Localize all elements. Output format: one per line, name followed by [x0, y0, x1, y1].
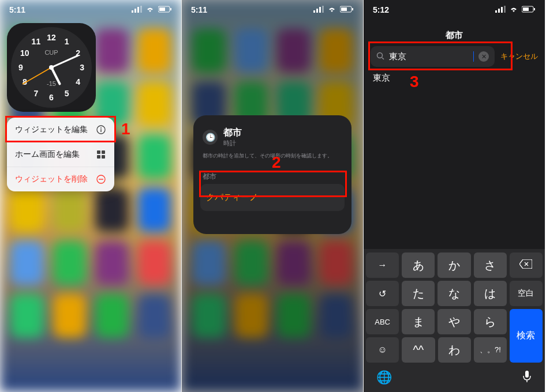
key-ta[interactable]: た: [402, 281, 435, 306]
svg-rect-13: [102, 155, 105, 159]
mic-icon[interactable]: [522, 370, 532, 386]
editor-title: 都市: [223, 127, 242, 139]
key-a[interactable]: あ: [402, 252, 435, 278]
key-backspace[interactable]: [510, 252, 543, 278]
clock-offset-label: -15: [47, 80, 56, 87]
annotation-number-3: 3: [410, 73, 419, 91]
key-ka[interactable]: か: [437, 252, 470, 278]
svg-rect-17: [316, 9, 318, 13]
editor-subtitle: 時計: [223, 139, 242, 148]
status-time: 5:12: [373, 5, 389, 14]
text-cursor: [473, 51, 474, 62]
status-bar: 5:11: [182, 0, 363, 20]
wifi-icon: [509, 5, 518, 14]
svg-rect-2: [137, 7, 139, 13]
svg-rect-6: [170, 8, 171, 10]
svg-rect-5: [159, 7, 165, 11]
svg-line-31: [382, 58, 384, 59]
key-punct[interactable]: 、。?!: [474, 337, 507, 363]
battery-icon: [522, 5, 536, 14]
svg-rect-34: [525, 371, 529, 378]
svg-point-30: [377, 52, 383, 58]
svg-rect-21: [341, 7, 347, 11]
city-select-row[interactable]: クパティーノ: [200, 184, 345, 211]
widget-context-menu: ウィジェットを編集 ホーム画面を編集 ウィジェットを削除: [7, 118, 114, 191]
svg-rect-19: [322, 6, 324, 13]
svg-point-8: [100, 127, 102, 129]
clock-num-7: 7: [33, 89, 38, 98]
clock-hub: [49, 65, 54, 70]
svg-rect-3: [140, 6, 142, 13]
clock-num-12: 12: [47, 33, 56, 42]
key-abc[interactable]: ABC: [366, 309, 399, 334]
search-value: 東京: [389, 51, 469, 62]
status-time: 5:11: [191, 5, 207, 14]
globe-icon[interactable]: 🌐: [376, 370, 392, 386]
clock-num-3: 3: [80, 63, 84, 72]
key-ya[interactable]: や: [437, 309, 470, 334]
key-sa[interactable]: さ: [474, 252, 507, 278]
search-icon: [376, 52, 384, 62]
clear-icon[interactable]: ✕: [478, 51, 489, 62]
apps-icon: [96, 149, 106, 160]
screenshot-panel-1: 5:11 CUP -15 12 1 2 3 4 5 6 7 8 9: [0, 0, 182, 392]
backspace-icon: [519, 259, 532, 271]
key-search[interactable]: 検索: [510, 309, 543, 363]
minute-hand: [51, 54, 79, 68]
menu-edit-home[interactable]: ホーム画面を編集: [7, 142, 114, 167]
key-ma[interactable]: ま: [402, 309, 435, 334]
menu-label: ウィジェットを削除: [15, 174, 88, 184]
svg-rect-18: [319, 7, 321, 13]
key-na[interactable]: な: [437, 281, 470, 306]
wifi-icon: [145, 5, 155, 14]
clock-num-1: 1: [65, 37, 69, 46]
clock-num-11: 11: [32, 37, 41, 46]
clock-city-label: CUP: [44, 49, 58, 56]
screenshot-panel-3: 5:12 都市 東京 ✕ キャンセル 東京 3 → あ か さ ↺: [364, 0, 545, 392]
menu-delete-widget[interactable]: ウィジェットを削除: [7, 167, 114, 191]
svg-rect-12: [97, 155, 100, 159]
clock-num-4: 4: [76, 77, 80, 86]
search-result-item[interactable]: 東京: [373, 73, 390, 84]
wifi-icon: [327, 5, 336, 14]
key-caret[interactable]: ^^: [402, 337, 435, 363]
battery-icon: [340, 5, 354, 14]
status-bar: 5:11: [0, 0, 181, 20]
modal-title: 都市: [364, 30, 545, 41]
key-undo[interactable]: ↺: [366, 281, 399, 306]
annotation-number-2: 2: [272, 153, 281, 172]
svg-rect-22: [352, 8, 353, 10]
key-emoji[interactable]: ☺: [366, 337, 399, 363]
screenshot-panel-2: 5:11 🕒 都市 時計 都市の時計を追加して、その場所の時刻を確認します。 都…: [182, 0, 364, 392]
city-search-input[interactable]: 東京 ✕: [371, 46, 495, 67]
clock-icon: 🕒: [203, 130, 218, 145]
svg-rect-24: [498, 9, 500, 13]
signal-icon: [132, 5, 142, 14]
key-ha[interactable]: は: [474, 281, 507, 306]
key-ra[interactable]: ら: [474, 309, 507, 334]
minus-circle-icon: [96, 174, 106, 184]
svg-rect-16: [313, 10, 315, 13]
key-wa[interactable]: わ: [438, 337, 471, 363]
keyboard: → あ か さ ↺ た な は 空白 ABC ま や ら 検索 ☺ ^^ わ 、…: [364, 249, 545, 392]
menu-edit-widget[interactable]: ウィジェットを編集: [7, 118, 114, 142]
clock-num-6: 6: [49, 93, 54, 102]
svg-rect-10: [97, 150, 100, 154]
svg-rect-28: [523, 7, 529, 11]
key-arrow[interactable]: →: [366, 252, 399, 278]
clock-widget[interactable]: CUP -15 12 1 2 3 4 5 6 7 8 9 10 11: [7, 23, 96, 112]
cancel-button[interactable]: キャンセル: [500, 51, 539, 62]
clock-num-10: 10: [20, 48, 29, 58]
signal-icon: [495, 5, 506, 14]
annotation-number-1: 1: [121, 120, 130, 138]
svg-rect-15: [99, 179, 103, 179]
status-bar: 5:12: [364, 0, 545, 20]
svg-rect-26: [504, 6, 506, 13]
svg-rect-11: [102, 150, 105, 154]
svg-rect-0: [132, 10, 133, 13]
svg-rect-29: [534, 8, 535, 10]
menu-label: ホーム画面を編集: [15, 149, 80, 160]
selected-city: クパティーノ: [206, 192, 258, 202]
svg-rect-23: [495, 10, 497, 13]
key-space[interactable]: 空白: [510, 281, 543, 306]
